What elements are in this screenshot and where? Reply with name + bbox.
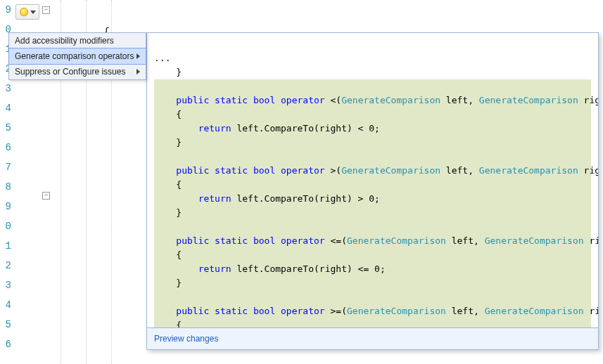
quick-actions-button[interactable] (15, 4, 39, 20)
inserted-line: { (154, 178, 591, 192)
line-num: 8 (0, 177, 11, 197)
inserted-line: public static bool operator <=(GenerateC… (154, 234, 591, 248)
menu-item-suppress-configure[interactable]: Suppress or Configure issues (9, 64, 146, 79)
inserted-line: } (154, 276, 591, 290)
preview-line: } (154, 67, 182, 77)
preview-code-body: ... } public static bool operator <(Gene… (147, 33, 598, 327)
line-num: 4 (0, 98, 11, 118)
inserted-line (154, 79, 591, 93)
line-num: 5 (0, 118, 11, 138)
inserted-line: public static bool operator >=(GenerateC… (154, 304, 591, 318)
line-num: 0 (0, 216, 11, 236)
quick-actions-menu: Add accessibility modifiers Generate com… (8, 32, 146, 80)
inserted-line: public static bool operator <(GenerateCo… (154, 93, 591, 108)
menu-label: Suppress or Configure issues (15, 67, 125, 77)
menu-item-add-accessibility[interactable]: Add accessibility modifiers (9, 33, 146, 48)
chevron-down-icon (30, 11, 36, 14)
preview-changes-link[interactable]: Preview changes (154, 334, 218, 344)
line-num: 5 (0, 315, 11, 334)
inserted-line: public static bool operator >(GenerateCo… (154, 164, 591, 178)
inserted-line: return left.CompareTo(right) <= 0; (154, 262, 591, 276)
line-num: 7 (0, 157, 11, 177)
line-num: 1 (0, 236, 11, 256)
inserted-line: } (154, 136, 591, 150)
chevron-right-icon (137, 69, 140, 74)
chevron-right-icon (137, 53, 140, 59)
inserted-line: { (154, 108, 591, 122)
fold-toggle[interactable]: − (42, 6, 50, 14)
lightbulb-icon (20, 8, 28, 16)
code-preview-panel: ... } public static bool operator <(Gene… (146, 32, 599, 350)
inserted-line (154, 290, 591, 304)
fold-toggle[interactable]: − (42, 192, 50, 200)
line-num: 9 (0, 0, 11, 20)
inserted-line: { (154, 248, 591, 262)
line-num: 6 (0, 138, 11, 157)
menu-item-generate-comparison[interactable]: Generate comparison operators (8, 48, 146, 65)
preview-line: ... (154, 53, 170, 63)
inserted-line (154, 220, 591, 234)
inserted-line: return left.CompareTo(right) < 0; (154, 122, 591, 136)
inserted-line: { (154, 318, 591, 327)
line-num: 4 (0, 295, 11, 315)
line-num: 3 (0, 79, 11, 98)
inserted-line (154, 150, 591, 164)
preview-footer: Preview changes (147, 327, 598, 349)
inserted-line: return left.CompareTo(right) > 0; (154, 192, 591, 206)
line-num: 9 (0, 197, 11, 216)
line-num: 6 (0, 334, 11, 354)
inserted-line: } (154, 206, 591, 220)
line-num: 2 (0, 256, 11, 275)
menu-label: Add accessibility modifiers (15, 36, 114, 46)
line-num: 3 (0, 275, 11, 295)
menu-label: Generate comparison operators (15, 51, 134, 61)
